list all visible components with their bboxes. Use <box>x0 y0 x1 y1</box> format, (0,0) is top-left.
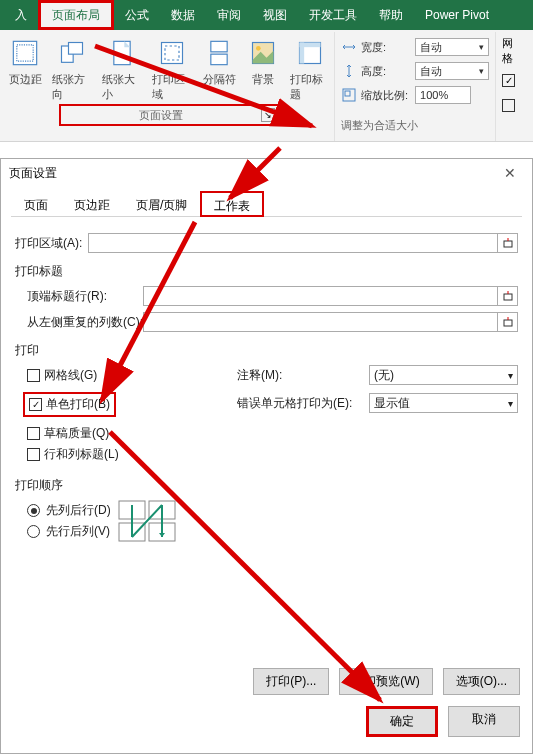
sheet-options-group: 网格 <box>496 32 529 141</box>
tab-page[interactable]: 页面 <box>11 191 61 217</box>
breaks-icon <box>202 36 236 70</box>
range-select-icon[interactable] <box>497 287 517 305</box>
options-button[interactable]: 选项(O)... <box>443 668 520 695</box>
errors-combo[interactable]: 显示值▾ <box>369 393 518 413</box>
tab-sheet[interactable]: 工作表 <box>200 191 264 217</box>
print-area-input[interactable] <box>88 233 518 253</box>
preview-button[interactable]: 打印预览(W) <box>339 668 432 695</box>
page-setup-launcher-wrap: 页面设置 ↘ <box>59 104 279 126</box>
down-over-radio[interactable] <box>27 504 40 517</box>
size-button[interactable]: 纸张大小 <box>102 34 142 102</box>
draft-label: 草稿质量(Q) <box>44 425 109 442</box>
height-icon <box>341 63 357 79</box>
height-label: 高度: <box>361 64 411 79</box>
width-label: 宽度: <box>361 40 411 55</box>
gridlines-header: 网格 <box>502 36 523 66</box>
tab-header[interactable]: 页眉/页脚 <box>123 191 200 217</box>
page-setup-group-label: 页面设置 <box>61 108 261 123</box>
page-setup-launcher[interactable]: ↘ <box>261 108 275 122</box>
cancel-button[interactable]: 取消 <box>448 706 520 737</box>
over-down-radio[interactable] <box>27 525 40 538</box>
dialog-title-text: 页面设置 <box>9 165 57 182</box>
rowcol-label: 行和列标题(L) <box>44 446 119 463</box>
ribbon-tab-strip: 入 页面布局 公式 数据 审阅 视图 开发工具 帮助 Power Pivot <box>0 0 533 30</box>
rows-top-input[interactable] <box>143 286 518 306</box>
view-gridlines-checkbox[interactable] <box>502 74 515 87</box>
background-button[interactable]: 背景 <box>246 34 280 102</box>
ribbon-tab-help[interactable]: 帮助 <box>368 0 414 30</box>
margins-button[interactable]: 页边距 <box>8 34 42 102</box>
svg-rect-3 <box>69 43 83 55</box>
tab-margins[interactable]: 页边距 <box>61 191 123 217</box>
range-select-icon[interactable] <box>497 234 517 252</box>
ribbon-tab-pivot[interactable]: Power Pivot <box>414 0 500 30</box>
rows-top-label: 顶端标题行(R): <box>27 288 137 305</box>
svg-point-10 <box>256 46 261 51</box>
over-down-label: 先行后列(V) <box>46 523 110 540</box>
sheet-tab-form: 打印区域(A): 打印标题 顶端标题行(R): 从左侧重复的列数(C): 打印 … <box>11 217 522 554</box>
notes-combo[interactable]: (无)▾ <box>369 365 518 385</box>
ribbon-tab-0[interactable]: 入 <box>4 0 38 30</box>
print-area-label: 打印区域(A): <box>15 235 82 252</box>
ribbon-tab-dev[interactable]: 开发工具 <box>298 0 368 30</box>
print-area-icon <box>155 36 189 70</box>
svg-rect-7 <box>211 41 227 52</box>
notes-label: 注释(M): <box>237 367 361 384</box>
svg-rect-8 <box>211 54 227 64</box>
svg-rect-18 <box>504 320 512 326</box>
print-gridlines-checkbox[interactable] <box>502 99 515 112</box>
print-buttons-row: 打印(P)... 打印预览(W) 选项(O)... <box>253 668 520 695</box>
margins-icon <box>8 36 42 70</box>
page-setup-group: 页边距 纸张方向 纸张大小 打印区域 分隔符 背景 <box>4 32 335 141</box>
orientation-button[interactable]: 纸张方向 <box>52 34 92 102</box>
print-titles-button[interactable]: 打印标题 <box>290 34 330 102</box>
width-combo[interactable]: 自动▾ <box>415 38 489 56</box>
bw-label: 单色打印(B) <box>46 396 110 413</box>
print-button[interactable]: 打印(P)... <box>253 668 329 695</box>
print-area-button[interactable]: 打印区域 <box>152 34 192 102</box>
height-combo[interactable]: 自动▾ <box>415 62 489 80</box>
gridlines-checkbox[interactable] <box>27 369 40 382</box>
fit-group-label: 调整为合适大小 <box>341 118 489 133</box>
ok-button[interactable]: 确定 <box>366 706 438 737</box>
down-over-label: 先列后行(D) <box>46 502 111 519</box>
background-icon <box>246 36 280 70</box>
print-header: 打印 <box>15 342 518 359</box>
scale-spinner[interactable]: 100% <box>415 86 471 104</box>
page-order-icon <box>117 499 179 543</box>
svg-rect-16 <box>504 241 512 247</box>
size-icon <box>105 36 139 70</box>
ribbon-tab-page-layout[interactable]: 页面布局 <box>38 0 114 30</box>
dialog-close-button[interactable]: ✕ <box>496 165 524 181</box>
scale-label: 缩放比例: <box>361 88 411 103</box>
width-icon <box>341 39 357 55</box>
draft-checkbox[interactable] <box>27 427 40 440</box>
ribbon-tab-review[interactable]: 审阅 <box>206 0 252 30</box>
rowcol-checkbox[interactable] <box>27 448 40 461</box>
ribbon-body: 页边距 纸张方向 纸张大小 打印区域 分隔符 背景 <box>0 30 533 142</box>
scale-to-fit-group: 宽度: 自动▾ 高度: 自动▾ 缩放比例: 100% 调整为合适大小 <box>335 32 496 141</box>
scale-icon <box>341 87 357 103</box>
ok-cancel-row: 确定 取消 <box>366 706 520 737</box>
dialog-tab-strip: 页面 页边距 页眉/页脚 工作表 <box>11 191 522 217</box>
cols-left-input[interactable] <box>143 312 518 332</box>
ribbon-tab-data[interactable]: 数据 <box>160 0 206 30</box>
orientation-icon <box>55 36 89 70</box>
chevron-down-icon: ▾ <box>508 398 513 409</box>
order-header: 打印顺序 <box>15 477 518 494</box>
page-setup-dialog: 页面设置 ✕ 页面 页边距 页眉/页脚 工作表 打印区域(A): 打印标题 顶端… <box>0 158 533 754</box>
chevron-down-icon: ▾ <box>508 370 513 381</box>
print-titles-icon <box>293 36 327 70</box>
bw-checkbox[interactable] <box>29 398 42 411</box>
breaks-button[interactable]: 分隔符 <box>202 34 236 102</box>
svg-rect-13 <box>300 43 305 64</box>
dialog-titlebar: 页面设置 ✕ <box>1 159 532 187</box>
svg-rect-17 <box>504 294 512 300</box>
errors-label: 错误单元格打印为(E): <box>237 395 361 412</box>
ribbon-tab-view[interactable]: 视图 <box>252 0 298 30</box>
range-select-icon[interactable] <box>497 313 517 331</box>
svg-rect-15 <box>345 91 350 96</box>
ribbon-tab-formulas[interactable]: 公式 <box>114 0 160 30</box>
gridlines-label: 网格线(G) <box>44 367 97 384</box>
print-titles-header: 打印标题 <box>15 263 518 280</box>
